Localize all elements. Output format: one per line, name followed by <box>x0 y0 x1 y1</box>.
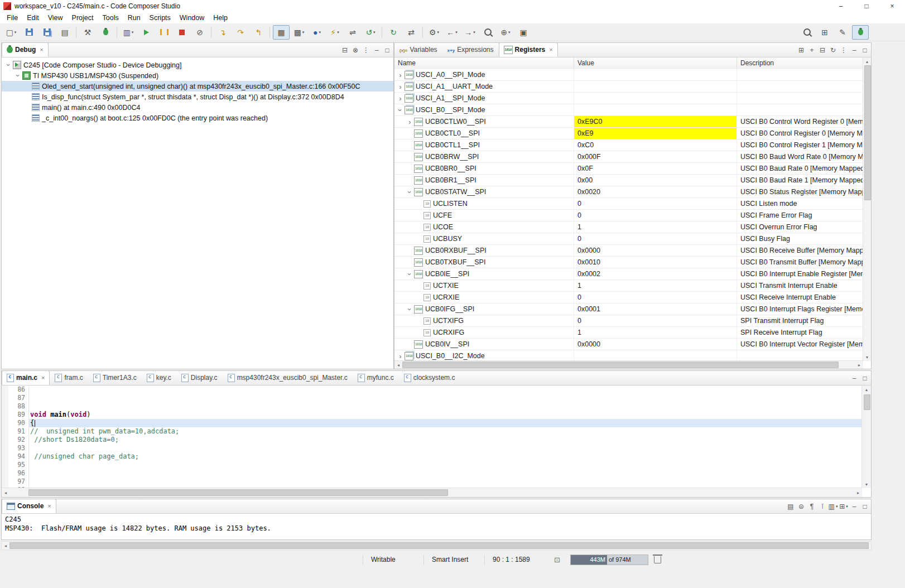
marker-gutter[interactable] <box>2 478 8 486</box>
register-row[interactable]: UCBUSY0USCI Busy Flag <box>394 233 863 245</box>
progress-monitor-icon[interactable]: ⊡ <box>554 556 560 564</box>
debug-tree-row[interactable]: _c_int00_noargs() at boot.c:125 0x00FD0C… <box>2 113 393 123</box>
register-value-cell[interactable]: 0x0010 <box>574 257 737 268</box>
scan-icon[interactable] <box>479 25 496 40</box>
tree-toggle-icon[interactable] <box>5 61 12 69</box>
line-number[interactable]: 88 <box>8 402 29 411</box>
code-text[interactable] <box>29 385 862 394</box>
new-window-icon[interactable]: ▣ <box>515 25 532 40</box>
code-text[interactable] <box>29 478 862 486</box>
save-all-icon[interactable] <box>38 25 55 40</box>
editor-tab-clocksystem-c[interactable]: clocksystem.c <box>399 370 460 385</box>
close-icon[interactable] <box>47 503 51 509</box>
scroll-left-icon[interactable]: ◂ <box>2 542 9 550</box>
marker-gutter[interactable] <box>2 411 8 419</box>
tab-expressions[interactable]: Expressions <box>442 42 499 57</box>
register-row[interactable]: USCI_B0__SPI_Mode <box>394 104 863 116</box>
scroll-right-icon[interactable]: ▸ <box>855 361 863 369</box>
register-value-cell[interactable]: 1 <box>574 327 737 338</box>
menu-scripts[interactable]: Scripts <box>145 12 175 23</box>
back-icon[interactable]: ←▾ <box>444 25 460 40</box>
registers-horizontal-scrollbar[interactable]: ◂ ▸ <box>394 360 863 369</box>
line-number[interactable]: 87 <box>8 394 29 402</box>
view-menu-icon[interactable]: ⋮ <box>361 45 371 56</box>
register-value-cell[interactable]: 0x0001 <box>574 303 737 315</box>
tree-toggle-icon[interactable] <box>397 107 404 114</box>
word-wrap-icon[interactable]: ¶ <box>807 501 817 512</box>
register-row[interactable]: USCI_A1__SPI_Mode <box>394 93 863 104</box>
menu-run[interactable]: Run <box>123 12 145 23</box>
maximize-button[interactable]: □ <box>854 0 879 12</box>
line-number[interactable]: 92 <box>8 436 29 444</box>
editor-vertical-scrollbar[interactable]: ▴ ▾ <box>861 385 871 488</box>
code-text[interactable] <box>29 394 862 402</box>
code-text[interactable]: { <box>29 419 862 427</box>
new-file-icon[interactable]: ▢▾ <box>3 25 20 40</box>
register-value-cell[interactable]: 0 <box>574 210 737 221</box>
minimize-icon[interactable]: – <box>849 501 859 512</box>
refresh-icon[interactable]: ↻ <box>828 45 838 56</box>
suspend-icon[interactable] <box>156 25 172 40</box>
workbench-horizontal-scrollbar[interactable]: ◂ <box>1 541 872 550</box>
resume-icon[interactable] <box>138 25 155 40</box>
terminate-icon[interactable] <box>174 25 190 40</box>
refresh-icon[interactable]: ⇄ <box>403 25 420 40</box>
forward-icon[interactable]: →▾ <box>461 25 478 40</box>
scroll-down-icon[interactable]: ▾ <box>863 480 870 488</box>
add-register-group-icon[interactable]: + <box>807 45 817 56</box>
register-row[interactable]: UCTXIE1USCI Transmit Interrupt Enable <box>394 280 863 292</box>
column-header-name[interactable]: Name <box>394 57 574 69</box>
register-value-cell[interactable] <box>574 81 737 92</box>
heap-status[interactable]: 443M of 974M <box>570 555 648 565</box>
marker-gutter[interactable] <box>2 419 8 427</box>
register-value-cell[interactable] <box>574 350 737 361</box>
register-row[interactable]: UCB0BRW__SPI0x000FUSCI B0 Baud Word Rate… <box>394 151 863 163</box>
tab-debug[interactable]: Debug <box>2 42 49 57</box>
disconnect-icon[interactable]: ⊘ <box>191 25 208 40</box>
close-icon[interactable] <box>549 46 552 53</box>
tree-toggle-icon[interactable] <box>406 118 413 126</box>
menu-view[interactable]: View <box>44 12 68 23</box>
scroll-left-icon[interactable]: ◂ <box>394 361 402 369</box>
menu-file[interactable]: File <box>2 12 22 23</box>
flash-device-icon[interactable]: ⚡▾ <box>326 25 343 40</box>
line-number[interactable]: 93 <box>8 444 29 452</box>
maximize-icon[interactable]: □ <box>860 501 870 512</box>
collapse-all-icon[interactable]: ⊟ <box>340 45 350 56</box>
run-garbage-collector-icon[interactable] <box>654 556 661 563</box>
register-value-cell[interactable] <box>574 104 737 115</box>
marker-gutter[interactable] <box>2 385 8 394</box>
marker-gutter[interactable] <box>2 402 8 411</box>
minimize-icon[interactable]: – <box>372 45 382 56</box>
view-menu-icon[interactable]: ⋮ <box>839 45 849 56</box>
register-row[interactable]: UCB0TXBUF__SPI0x0010USCI B0 Transmit Buf… <box>394 257 863 268</box>
remove-all-icon[interactable]: ⊗ <box>350 45 360 56</box>
settings-icon[interactable]: ⚙▾ <box>426 25 442 40</box>
scroll-up-icon[interactable]: ▴ <box>863 57 871 65</box>
debug-perspective-icon[interactable] <box>852 25 869 40</box>
tree-toggle-icon[interactable] <box>15 72 22 79</box>
register-value-cell[interactable]: 0x0000 <box>574 339 737 350</box>
marker-gutter[interactable] <box>2 394 8 402</box>
line-number[interactable]: 94 <box>8 452 29 461</box>
register-row[interactable]: UCB0IFG__SPI0x0001USCI B0 Interrupt Flag… <box>394 303 863 315</box>
column-header-value[interactable]: Value <box>574 57 737 69</box>
step-into-icon[interactable]: ↴ <box>214 25 231 40</box>
register-row[interactable]: UCB0BR1__SPI0x00USCI B0 Baud Rate 1 [Mem… <box>394 175 863 186</box>
marker-gutter[interactable] <box>2 436 8 444</box>
register-value-cell[interactable]: 0 <box>574 198 737 209</box>
register-row[interactable]: UCTXIFG0SPI Transmit Interrupt Flag <box>394 315 863 327</box>
tab-console[interactable]: Console <box>2 499 56 513</box>
register-value-cell[interactable]: 0x0000 <box>574 245 737 256</box>
editor-tab-myfunc-c[interactable]: myfunc.c <box>353 370 399 385</box>
scroll-lock-icon[interactable]: ⊜ <box>796 501 806 512</box>
maximize-icon[interactable]: □ <box>860 373 870 384</box>
tree-toggle-icon[interactable] <box>397 353 404 360</box>
register-value-cell[interactable]: 0x000F <box>574 151 737 162</box>
editor-tab-Timer1A3-c[interactable]: Timer1A3.c <box>88 370 142 385</box>
editor-tab-key-c[interactable]: key.c <box>142 370 176 385</box>
close-icon[interactable] <box>41 374 45 381</box>
console-view-icon[interactable]: ▥▾ <box>120 25 137 40</box>
memory-browser-icon[interactable]: ▩▾ <box>291 25 307 40</box>
editor-tab-msp430fr243x_euscib0_spi_Master-c[interactable]: msp430fr243x_euscib0_spi_Master.c <box>223 370 353 385</box>
